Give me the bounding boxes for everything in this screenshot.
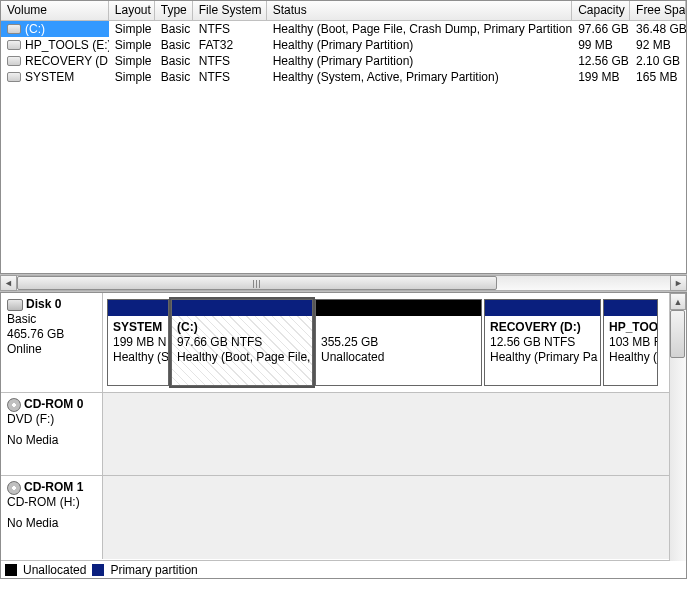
volume-row[interactable]: HP_TOOLS (E:)SimpleBasicFAT32Healthy (Pr… (1, 37, 686, 53)
volumes-body: (C:)SimpleBasicNTFSHealthy (Boot, Page F… (1, 21, 686, 85)
col-capacity[interactable]: Capacity (572, 1, 630, 20)
drive-icon (7, 56, 21, 66)
col-filesystem[interactable]: File System (193, 1, 267, 20)
disk-graphical-pane: Disk 0 Basic 465.76 GB Online SYSTEM199 … (0, 292, 687, 579)
volume-row[interactable]: (C:)SimpleBasicNTFSHealthy (Boot, Page F… (1, 21, 686, 37)
disk0-state: Online (7, 342, 98, 357)
col-status[interactable]: Status (267, 1, 573, 20)
volume-row[interactable]: SYSTEMSimpleBasicNTFSHealthy (System, Ac… (1, 69, 686, 85)
legend-swatch-unallocated (5, 564, 17, 576)
cdrom1-state: No Media (7, 516, 98, 531)
cdrom1-partitions (103, 476, 669, 559)
volumes-header: Volume Layout Type File System Status Ca… (1, 1, 686, 21)
col-layout[interactable]: Layout (109, 1, 155, 20)
volumes-list-pane: Volume Layout Type File System Status Ca… (0, 0, 687, 274)
cdrom0-partitions (103, 393, 669, 475)
disk0-partitions: SYSTEM199 MB NHealthy (S(C:)97.66 GB NTF… (103, 293, 669, 392)
legend-primary: Primary partition (110, 563, 197, 577)
scroll-left-button[interactable]: ◄ (0, 275, 17, 291)
cdrom1-sub: CD-ROM (H:) (7, 495, 98, 510)
col-volume[interactable]: Volume (1, 1, 109, 20)
legend: Unallocated Primary partition (1, 560, 669, 578)
partition-block[interactable]: HP_TOO103 MB FHealthy ( (603, 299, 658, 386)
disk-row-disk0[interactable]: Disk 0 Basic 465.76 GB Online SYSTEM199 … (1, 293, 669, 393)
cdrom0-sub: DVD (F:) (7, 412, 98, 427)
partition-block[interactable]: SYSTEM199 MB NHealthy (S (107, 299, 169, 386)
volume-row[interactable]: RECOVERY (D:)SimpleBasicNTFSHealthy (Pri… (1, 53, 686, 69)
drive-icon (7, 24, 21, 34)
cdrom1-title: CD-ROM 1 (24, 480, 83, 495)
cdrom0-state: No Media (7, 433, 98, 448)
scroll-thumb[interactable] (17, 276, 497, 290)
legend-swatch-primary (92, 564, 104, 576)
cdrom0-title: CD-ROM 0 (24, 397, 83, 412)
disk0-size: 465.76 GB (7, 327, 98, 342)
disk-row-cdrom0[interactable]: CD-ROM 0 DVD (F:) No Media (1, 393, 669, 476)
disk0-label: Disk 0 Basic 465.76 GB Online (1, 293, 103, 392)
cd-icon (7, 481, 21, 495)
disk-graphical-content: Disk 0 Basic 465.76 GB Online SYSTEM199 … (1, 293, 669, 578)
partition-block[interactable]: (C:)97.66 GB NTFSHealthy (Boot, Page Fil… (171, 299, 313, 386)
cdrom0-label: CD-ROM 0 DVD (F:) No Media (1, 393, 103, 475)
drive-icon (7, 72, 21, 82)
vscrollbar[interactable]: ▲ ▼ (669, 293, 686, 578)
cd-icon (7, 398, 21, 412)
disk0-type: Basic (7, 312, 98, 327)
col-free[interactable]: Free Spac (630, 1, 686, 20)
scroll-right-button[interactable]: ► (670, 275, 687, 291)
disk-row-cdrom1[interactable]: CD-ROM 1 CD-ROM (H:) No Media (1, 476, 669, 559)
vscroll-track[interactable] (670, 310, 686, 561)
scroll-up-button[interactable]: ▲ (670, 293, 686, 310)
drive-icon (7, 40, 21, 50)
partition-block[interactable]: RECOVERY (D:)12.56 GB NTFSHealthy (Prima… (484, 299, 601, 386)
legend-unallocated: Unallocated (23, 563, 86, 577)
hscrollbar[interactable]: ◄ ► (0, 274, 687, 292)
disk-icon (7, 299, 23, 311)
partition-block[interactable]: 355.25 GBUnallocated (315, 299, 482, 386)
col-type[interactable]: Type (155, 1, 193, 20)
cdrom1-label: CD-ROM 1 CD-ROM (H:) No Media (1, 476, 103, 559)
scroll-track[interactable] (17, 275, 670, 291)
disk0-title: Disk 0 (26, 297, 61, 312)
vscroll-thumb[interactable] (670, 310, 685, 358)
